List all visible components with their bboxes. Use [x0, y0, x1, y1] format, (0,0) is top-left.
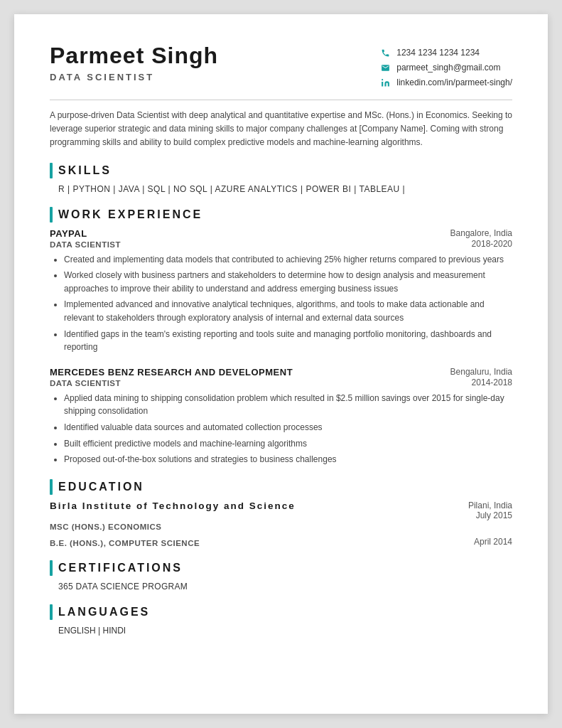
bullet-paypal-1: Created and implementing data models tha…: [64, 253, 512, 267]
header: Parmeet Singh DATA SCIENTIST 1234 1234 1…: [50, 43, 512, 88]
job-mercedes: MERCEDES BENZ RESEARCH AND DEVELOPMENT B…: [50, 367, 512, 466]
title-mercedes: DATA SCIENTIST: [50, 379, 121, 387]
skills-list: R | PYTHON | JAVA | SQL | NO SQL | AZURE…: [50, 184, 512, 194]
education-title: EDUCATION: [58, 481, 144, 493]
summary: A purpose-driven Data Scientist with dee…: [50, 109, 512, 150]
resume-page: Parmeet Singh DATA SCIENTIST 1234 1234 1…: [14, 14, 548, 714]
job-mercedes-subheader: DATA SCIENTIST 2014-2018: [50, 378, 512, 387]
candidate-title: DATA SCIENTIST: [50, 72, 218, 82]
company-mercedes: MERCEDES BENZ RESEARCH AND DEVELOPMENT: [50, 367, 293, 378]
bullet-mercedes-1: Applied data mining to shipping consolid…: [64, 392, 512, 418]
job-paypal: PAYPAL Bangalore, India DATA SCIENTIST 2…: [50, 228, 512, 354]
edu-date-2: April 2014: [474, 537, 512, 547]
candidate-name: Parmeet Singh: [50, 43, 218, 69]
languages-section-title: LANGUAGES: [50, 604, 512, 620]
header-left: Parmeet Singh DATA SCIENTIST: [50, 43, 218, 82]
edu-degree-1: MSC (HONS.) ECONOMICS: [50, 523, 512, 531]
work-section-title: WORK EXPERIENCE: [50, 207, 512, 223]
edu-location: Pilani, India: [468, 500, 512, 510]
email-text: parmeet_singh@gmail.com: [396, 63, 500, 73]
edu-degree-2: B.E. (HONS.), COMPUTER SCIENCE: [50, 539, 200, 547]
bullet-paypal-4: Identified gaps in the team's existing r…: [64, 328, 512, 354]
email-contact: parmeet_singh@gmail.com: [379, 62, 512, 73]
cert-item-1: 365 DATA SCIENCE PROGRAM: [50, 582, 512, 592]
work-bar: [50, 207, 53, 223]
job-mercedes-header: MERCEDES BENZ RESEARCH AND DEVELOPMENT B…: [50, 367, 512, 378]
education-section-title: EDUCATION: [50, 479, 512, 495]
bullets-mercedes: Applied data mining to shipping consolid…: [50, 392, 512, 466]
edu-degree-2-row: B.E. (HONS.), COMPUTER SCIENCE April 201…: [50, 537, 512, 547]
linkedin-icon: [379, 77, 391, 88]
certifications-section-title: CERTIFICATIONS: [50, 560, 512, 576]
certifications-bar: [50, 560, 53, 576]
work-title: WORK EXPERIENCE: [58, 208, 202, 221]
work-experience-section: WORK EXPERIENCE PAYPAL Bangalore, India …: [50, 207, 512, 466]
education-section: EDUCATION Birla Institute of Technology …: [50, 479, 512, 547]
bullet-paypal-3: Implemented advanced and innovative anal…: [64, 298, 512, 324]
bullet-mercedes-3: Built efficient predictive models and ma…: [64, 437, 512, 451]
languages-list: ENGLISH | HINDI: [50, 626, 512, 636]
location-paypal: Bangalore, India: [450, 228, 512, 238]
title-paypal: DATA SCIENTIST: [50, 240, 121, 249]
company-paypal: PAYPAL: [50, 228, 87, 239]
education-bar: [50, 479, 53, 495]
certifications-title: CERTIFICATIONS: [58, 562, 183, 574]
job-paypal-subheader: DATA SCIENTIST 2018-2020: [50, 239, 512, 249]
skills-section-title: SKILLS: [50, 163, 512, 178]
dates-mercedes: 2014-2018: [472, 378, 512, 387]
bullet-mercedes-2: Identified valuable data sources and aut…: [64, 421, 512, 434]
skills-title: SKILLS: [58, 164, 112, 177]
phone-contact: 1234 1234 1234 1234: [379, 47, 512, 58]
phone-text: 1234 1234 1234 1234: [396, 48, 480, 58]
linkedin-contact: linkedin.com/in/parmeet-singh/: [379, 77, 512, 88]
email-icon: [379, 62, 391, 73]
job-paypal-header: PAYPAL Bangalore, India: [50, 228, 512, 239]
linkedin-text: linkedin.com/in/parmeet-singh/: [396, 77, 512, 87]
edu-bits-header: Birla Institute of Technology and Scienc…: [50, 500, 512, 520]
certifications-section: CERTIFICATIONS 365 DATA SCIENCE PROGRAM: [50, 560, 512, 592]
header-divider: [50, 100, 512, 100]
edu-institution: Birla Institute of Technology and Scienc…: [50, 500, 296, 511]
contact-info: 1234 1234 1234 1234 parmeet_singh@gmail.…: [379, 47, 512, 88]
dates-paypal: 2018-2020: [472, 239, 512, 249]
languages-bar: [50, 604, 53, 620]
location-mercedes: Bengaluru, India: [450, 367, 512, 377]
languages-title: LANGUAGES: [58, 606, 150, 619]
bullets-paypal: Created and implementing data models tha…: [50, 253, 512, 354]
bullet-paypal-2: Worked closely with business partners an…: [64, 269, 512, 295]
phone-icon: [379, 47, 391, 58]
skills-section: SKILLS R | PYTHON | JAVA | SQL | NO SQL …: [50, 163, 512, 194]
bullet-mercedes-4: Proposed out-of-the-box solutions and st…: [64, 453, 512, 466]
skills-bar: [50, 163, 53, 178]
edu-bits: Birla Institute of Technology and Scienc…: [50, 500, 512, 547]
languages-section: LANGUAGES ENGLISH | HINDI: [50, 604, 512, 636]
edu-date-1: July 2015: [468, 510, 512, 520]
